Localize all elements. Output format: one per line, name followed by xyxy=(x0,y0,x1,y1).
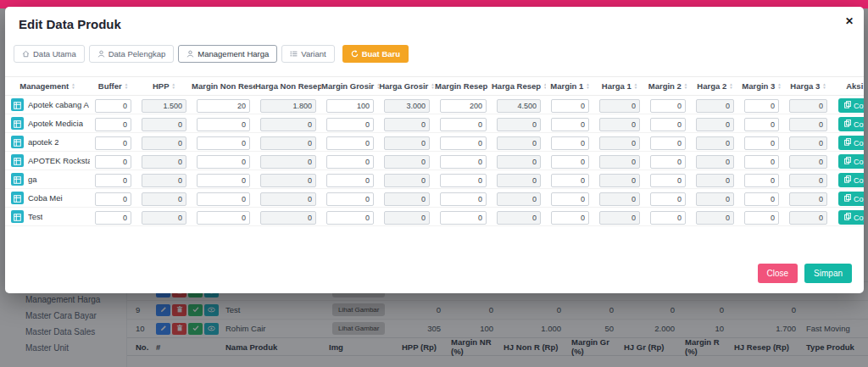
price-col-header[interactable]: Harga Resep▲▼ xyxy=(492,77,546,96)
price-input[interactable] xyxy=(599,136,640,150)
price-input[interactable] xyxy=(789,211,827,225)
price-input[interactable] xyxy=(551,192,589,206)
tab-variant[interactable]: Variant xyxy=(281,45,334,63)
price-input[interactable] xyxy=(789,174,827,187)
price-input[interactable] xyxy=(744,211,779,225)
row-grid-button[interactable] xyxy=(11,173,24,186)
price-input[interactable] xyxy=(142,136,186,150)
price-input[interactable] xyxy=(551,174,589,187)
price-input[interactable] xyxy=(696,155,734,169)
price-col-header[interactable]: Margin 1▲▼ xyxy=(546,77,594,96)
price-input[interactable] xyxy=(744,99,779,113)
tab-data-pelengkap[interactable]: Data Pelengkap xyxy=(89,45,175,63)
price-input[interactable] xyxy=(650,155,686,169)
price-input[interactable] xyxy=(440,155,487,169)
price-input[interactable] xyxy=(142,99,186,113)
simpan-button[interactable]: Simpan xyxy=(804,264,852,283)
price-input[interactable] xyxy=(744,155,779,169)
price-col-header[interactable]: Harga 1▲▼ xyxy=(594,77,645,96)
price-input[interactable] xyxy=(384,99,430,113)
price-input[interactable] xyxy=(142,192,186,206)
price-input[interactable] xyxy=(599,211,640,225)
price-input[interactable] xyxy=(142,174,186,187)
price-input[interactable] xyxy=(197,99,250,113)
price-input[interactable] xyxy=(650,118,686,131)
price-col-header[interactable]: Margin 2▲▼ xyxy=(645,77,691,96)
price-input[interactable] xyxy=(95,118,131,131)
price-col-header[interactable]: Harga Grosir▲▼ xyxy=(379,77,435,96)
price-input[interactable] xyxy=(497,99,541,113)
price-input[interactable] xyxy=(696,99,734,113)
price-input[interactable] xyxy=(326,136,374,150)
price-input[interactable] xyxy=(650,174,686,187)
price-input[interactable] xyxy=(497,118,541,131)
price-input[interactable] xyxy=(197,118,250,131)
copy-button[interactable]: Copy xyxy=(838,173,864,187)
price-input[interactable] xyxy=(696,211,734,225)
copy-button[interactable]: Copy xyxy=(838,117,864,131)
price-input[interactable] xyxy=(696,192,734,206)
price-input[interactable] xyxy=(95,99,131,113)
price-col-header[interactable]: Harga 3▲▼ xyxy=(784,77,832,96)
price-input[interactable] xyxy=(599,192,640,206)
price-input[interactable] xyxy=(650,99,686,113)
price-input[interactable] xyxy=(696,136,734,150)
price-input[interactable] xyxy=(384,136,430,150)
buat-baru-button[interactable]: Buat Baru xyxy=(342,45,409,63)
price-input[interactable] xyxy=(599,118,640,131)
copy-button[interactable]: Copy xyxy=(838,136,864,150)
price-col-header[interactable]: Aksi▲▼ xyxy=(832,77,864,96)
price-input[interactable] xyxy=(197,136,250,150)
price-input[interactable] xyxy=(440,99,487,113)
price-input[interactable] xyxy=(744,136,779,150)
row-grid-button[interactable] xyxy=(11,210,24,223)
price-input[interactable] xyxy=(197,155,250,169)
price-input[interactable] xyxy=(95,136,131,150)
price-input[interactable] xyxy=(551,118,589,131)
price-input[interactable] xyxy=(384,118,430,131)
price-input[interactable] xyxy=(326,174,374,187)
price-input[interactable] xyxy=(599,99,640,113)
price-input[interactable] xyxy=(789,99,827,113)
price-input[interactable] xyxy=(497,174,541,187)
price-input[interactable] xyxy=(440,192,487,206)
copy-button[interactable]: Copy xyxy=(838,210,864,225)
row-grid-button[interactable] xyxy=(11,98,24,111)
row-grid-button[interactable] xyxy=(11,117,24,130)
price-input[interactable] xyxy=(440,211,487,225)
price-col-header[interactable]: Margin 3▲▼ xyxy=(739,77,784,96)
price-input[interactable] xyxy=(789,155,827,169)
price-input[interactable] xyxy=(650,211,686,225)
price-input[interactable] xyxy=(197,174,250,187)
price-input[interactable] xyxy=(440,174,487,187)
price-input[interactable] xyxy=(650,192,686,206)
price-input[interactable] xyxy=(789,136,827,150)
price-col-header[interactable]: Harga 2▲▼ xyxy=(691,77,739,96)
row-grid-button[interactable] xyxy=(11,136,24,148)
price-input[interactable] xyxy=(440,118,487,131)
copy-button[interactable]: Copy xyxy=(838,98,864,113)
price-col-header[interactable]: Buffer▲▼ xyxy=(90,77,136,96)
price-input[interactable] xyxy=(260,174,316,187)
price-input[interactable] xyxy=(744,192,779,206)
price-col-header[interactable]: Margin Grosir▲▼ xyxy=(321,77,379,96)
price-input[interactable] xyxy=(497,192,541,206)
close-icon[interactable]: ✕ xyxy=(845,15,854,27)
price-input[interactable] xyxy=(497,136,541,150)
price-input[interactable] xyxy=(326,211,374,225)
price-input[interactable] xyxy=(497,155,541,169)
price-col-header[interactable]: HPP▲▼ xyxy=(136,77,192,96)
tab-management-harga[interactable]: Management Harga xyxy=(178,45,277,63)
price-input[interactable] xyxy=(260,155,316,169)
price-input[interactable] xyxy=(197,192,250,206)
price-input[interactable] xyxy=(551,211,589,225)
price-input[interactable] xyxy=(260,99,316,113)
price-input[interactable] xyxy=(142,155,186,169)
row-grid-button[interactable] xyxy=(11,192,24,204)
price-input[interactable] xyxy=(789,118,827,131)
price-input[interactable] xyxy=(384,211,430,225)
price-input[interactable] xyxy=(142,211,186,225)
price-input[interactable] xyxy=(551,136,589,150)
price-input[interactable] xyxy=(95,174,131,187)
price-col-header[interactable]: Management▲▼ xyxy=(5,77,90,96)
